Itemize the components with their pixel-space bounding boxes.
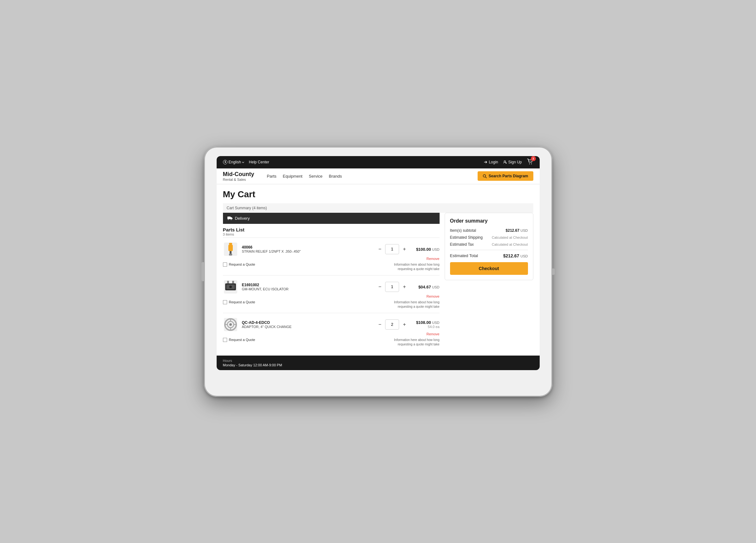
quote-row-3: Request a Quote Information here about h… [223,336,440,348]
add-user-icon [503,160,507,164]
qty-decrease-3[interactable]: − [377,322,383,327]
quote-info-2: Information here about how long requesti… [389,300,440,309]
order-summary: Order summary Item(s) subtotal $212.67 U… [445,213,533,280]
shipping-value: Calculated at Checkout [492,236,528,240]
search-parts-button[interactable]: Search Parts Diagram [478,171,533,181]
tax-row: Estimated Tax Calculated at Checkout [450,242,528,247]
ecu-isolator-icon [225,281,237,293]
part-image-1 [223,242,238,257]
quote-left-1: Request a Quote [223,263,255,267]
part-item-2: E1691002 GM-MOUNT, ECU ISOLATOR − + $04. [223,275,440,313]
login-button[interactable]: Login [484,160,498,164]
svg-rect-15 [227,281,229,283]
footer-hours-label: Hours [223,359,533,362]
tablet-frame: English Help Center Login [204,147,552,397]
chevron-down-icon [242,161,244,163]
total-row: Estimated Total $212.67 USD [450,253,528,259]
svg-rect-10 [228,245,233,251]
search-icon [483,174,487,178]
quote-row-2: Request a Quote Information here about h… [223,298,440,310]
qty-increase-3[interactable]: + [402,322,407,327]
svg-point-17 [229,285,232,288]
svg-point-3 [529,163,530,164]
part-image-2 [223,279,238,294]
svg-point-7 [228,219,229,220]
part-name-3: ADAPTOR, 4" QUICK CHANGE [242,325,373,329]
part-info-1: 40066 STRAIN RELIEF 1/2NPT X .350-.450" [242,245,373,253]
quote-left-2: Request a Quote [223,300,255,304]
quote-checkbox-2[interactable] [223,300,227,304]
part-price-area-3: $108.00 USD 54.0 ea [411,320,440,329]
svg-point-8 [231,219,232,220]
total-value: $212.67 USD [503,253,528,259]
cart-badge: 3 [531,156,536,161]
order-summary-title: Order summary [450,218,528,224]
parts-list-title: Parts List [223,227,440,233]
subtotal-row: Item(s) subtotal $212.67 USD [450,228,528,233]
cart-summary-bar: Cart Summary (4 items) [223,203,533,213]
top-bar-left: English Help Center [223,160,269,164]
part-sku-2: E1691002 [242,283,373,287]
part-sku-1: 40066 [242,245,373,250]
checkout-button[interactable]: Checkout [450,262,528,275]
language-selector[interactable]: English [223,160,244,164]
quote-checkbox-3[interactable] [223,338,227,342]
svg-rect-16 [232,281,234,283]
truck-icon [227,216,232,220]
subtotal-value: $212.67 USD [506,228,528,233]
adaptor-icon [224,318,237,331]
shipping-row: Estimated Shipping Calculated at Checkou… [450,235,528,240]
svg-rect-12 [229,254,232,256]
qty-increase-1[interactable]: + [402,246,407,252]
parts-list-header: Parts List 3 items [223,224,440,238]
footer-hours: Monday - Saturday 12:00 AM-9:00 PM [223,363,533,367]
price-per-ea-3: 54.0 ea [411,325,440,329]
top-bar-right: Login Sign Up [484,159,533,166]
logo-sub: Rental & Sales [223,178,254,182]
tablet-power-button [552,269,555,275]
screen: English Help Center Login [217,156,540,370]
svg-rect-6 [227,217,231,219]
quote-info-1: Information here about how long requesti… [389,263,440,272]
remove-3[interactable]: Remove [223,332,440,336]
svg-rect-11 [230,251,232,254]
svg-rect-9 [229,243,232,245]
qty-decrease-1[interactable]: − [377,246,383,252]
main-content: My Cart Cart Summary (4 items) Delivery [217,184,540,355]
nav-brands[interactable]: Brands [329,173,342,180]
qty-input-2[interactable] [385,282,399,292]
tablet-side-button [201,262,204,281]
nav-bar: Mid-County Rental & Sales Parts Equipmen… [217,169,540,184]
nav-parts[interactable]: Parts [267,173,276,180]
tax-value: Calculated at Checkout [492,243,528,246]
cart-button[interactable]: 3 [527,159,533,166]
part-price-3: $108.00 USD [411,320,440,325]
signup-button[interactable]: Sign Up [503,160,522,164]
qty-control-2: − + [377,282,407,292]
part-info-2: E1691002 GM-MOUNT, ECU ISOLATOR [242,283,373,291]
qty-control-3: − + [377,319,407,329]
svg-point-5 [483,175,486,177]
quote-row-1: Request a Quote Information here about h… [223,261,440,272]
nav-equipment[interactable]: Equipment [283,173,302,180]
part-sku-3: QC-AD-4-EDCO [242,320,373,325]
qty-increase-2[interactable]: + [402,284,407,290]
top-bar: English Help Center Login [217,156,540,169]
qty-input-3[interactable] [385,319,399,329]
part-price-area-1: $100.00 USD [411,246,440,252]
clock-icon [223,160,227,164]
svg-point-4 [531,163,531,164]
svg-point-20 [229,323,232,326]
part-info-3: QC-AD-4-EDCO ADAPTOR, 4" QUICK CHANGE [242,320,373,329]
remove-2[interactable]: Remove [223,294,440,298]
part-name-1: STRAIN RELIEF 1/2NPT X .350-.450" [242,250,373,253]
part-item-3: QC-AD-4-EDCO ADAPTOR, 4" QUICK CHANGE − … [223,313,440,350]
qty-input-1[interactable] [385,244,399,254]
qty-decrease-2[interactable]: − [377,284,383,290]
part-price-area-2: $04.67 USD [411,284,440,290]
remove-1[interactable]: Remove [223,257,440,261]
quote-checkbox-1[interactable] [223,263,227,267]
nav-service[interactable]: Service [309,173,322,180]
help-center-link[interactable]: Help Center [249,160,269,164]
language-label: English [229,160,241,164]
